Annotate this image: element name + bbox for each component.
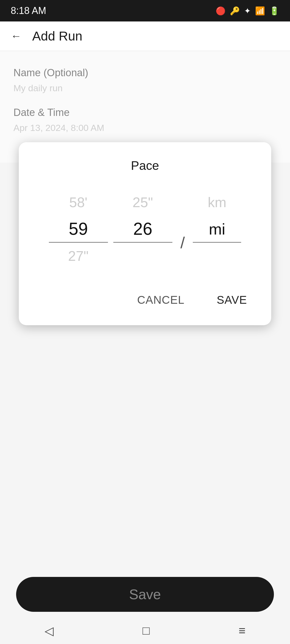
separator: / [178, 233, 188, 252]
wifi-icon: 📶 [255, 6, 265, 16]
name-field-label: Name (Optional) [13, 67, 277, 79]
nav-back-icon[interactable]: ◁ [45, 624, 54, 638]
bottom-save-label: Save [129, 586, 161, 602]
dialog-title: Pace [35, 158, 255, 173]
nav-home-icon[interactable]: □ [143, 624, 150, 637]
pickers-container: 58' 59 27" 25" 26 / km mi [35, 189, 255, 269]
unit-column[interactable]: km mi [193, 189, 241, 269]
page-title: Add Run [32, 29, 82, 43]
minutes-below: 27" [49, 243, 108, 269]
status-bar: 8:18 AM 🔴 🔑 ✦ 📶 🔋 [0, 0, 290, 21]
nav-bar: ◁ □ ≡ [0, 617, 290, 644]
minutes-above: 58' [49, 189, 108, 216]
dialog-actions: CANCEL SAVE [35, 280, 255, 312]
minutes-selected: 59 [49, 216, 108, 243]
datetime-field-label: Date & Time [13, 107, 277, 118]
unit-below [193, 243, 241, 269]
status-icons: 🔴 🔑 ✦ 📶 🔋 [216, 6, 279, 16]
nav-menu-icon[interactable]: ≡ [239, 624, 246, 637]
pace-dialog: Pace 58' 59 27" 25" 26 / km mi CANCEL SA… [19, 142, 271, 325]
record-icon: 🔴 [216, 6, 226, 16]
seconds-above: 25" [113, 189, 172, 216]
unit-above: km [193, 189, 241, 216]
app-header: ← Add Run [0, 21, 290, 51]
battery-icon: 🔋 [269, 6, 279, 16]
status-time: 8:18 AM [11, 5, 46, 16]
name-field-value: My daily run [13, 83, 277, 93]
minutes-column[interactable]: 58' 59 27" [49, 189, 108, 269]
save-button[interactable]: SAVE [209, 288, 255, 312]
cancel-button[interactable]: CANCEL [129, 288, 193, 312]
seconds-column[interactable]: 25" 26 [113, 189, 172, 269]
bluetooth-icon: ✦ [244, 6, 251, 16]
back-button[interactable]: ← [11, 30, 21, 42]
unit-selected: mi [193, 216, 241, 243]
key-icon: 🔑 [230, 6, 240, 16]
seconds-below [113, 243, 172, 269]
datetime-field-value: Apr 13, 2024, 8:00 AM [13, 123, 277, 133]
seconds-selected: 26 [113, 216, 172, 243]
bottom-save-button[interactable]: Save [16, 577, 274, 612]
